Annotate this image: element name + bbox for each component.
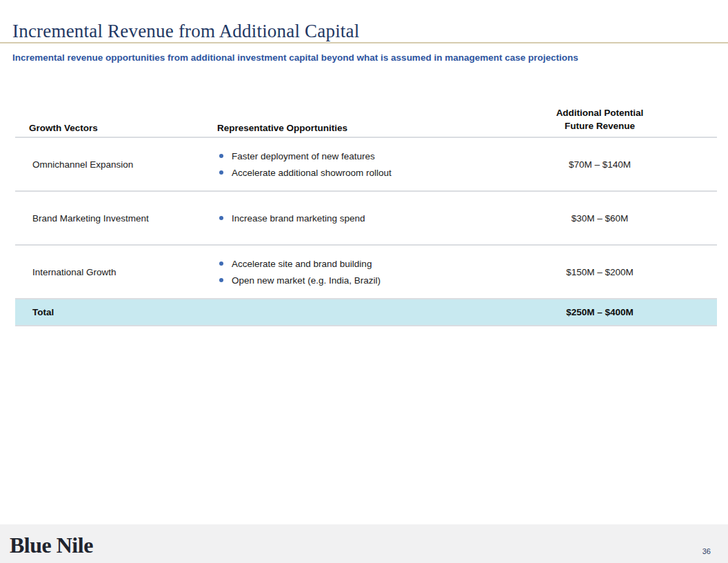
list-item: Open new market (e.g. India, Brazil): [217, 275, 483, 286]
table-row: International Growth Accelerate site and…: [15, 246, 717, 299]
table-row: Omnichannel Expansion Faster deployment …: [15, 138, 717, 192]
row-vector-label: International Growth: [15, 267, 217, 277]
bullet-dot-icon: [219, 154, 223, 158]
growth-table: Growth Vectors Representative Opportunit…: [15, 105, 717, 326]
row-revenue-value: $30M – $60M: [483, 213, 717, 224]
bullet-text: Accelerate site and brand building: [232, 259, 372, 269]
list-item: Increase brand marketing spend: [217, 213, 483, 224]
total-row: Total $250M – $400M: [15, 299, 717, 326]
slide-subtitle: Incremental revenue opportunities from a…: [12, 52, 578, 63]
header-growth-vectors: Growth Vectors: [15, 123, 217, 133]
bullet-dot-icon: [219, 261, 223, 266]
row-vector-label: Omnichannel Expansion: [15, 159, 217, 170]
presentation-slide: Incremental Revenue from Additional Capi…: [0, 0, 728, 563]
total-revenue-value: $250M – $400M: [483, 307, 717, 317]
slide-footer: Blue Nile 36: [0, 524, 728, 563]
title-divider: [0, 42, 728, 43]
bullet-list: Increase brand marketing spend: [217, 213, 483, 224]
bullet-dot-icon: [219, 216, 223, 220]
bullet-text: Open new market (e.g. India, Brazil): [232, 275, 381, 286]
row-vector-label: Brand Marketing Investment: [15, 213, 217, 224]
header-col3-line2: Future Revenue: [483, 120, 717, 133]
row-revenue-value: $150M – $200M: [483, 267, 717, 277]
total-label: Total: [15, 307, 217, 317]
bullet-list: Faster deployment of new features Accele…: [217, 151, 483, 178]
page-number: 36: [702, 547, 711, 555]
bullet-list: Accelerate site and brand building Open …: [217, 259, 483, 286]
blue-nile-logo: Blue Nile: [10, 534, 93, 556]
list-item: Accelerate site and brand building: [217, 259, 483, 269]
header-col3-line1: Additional Potential: [483, 107, 717, 120]
table-header-row: Growth Vectors Representative Opportunit…: [15, 105, 717, 138]
bullet-text: Accelerate additional showroom rollout: [232, 168, 392, 178]
bullet-text: Faster deployment of new features: [232, 151, 375, 161]
row-revenue-value: $70M – $140M: [483, 159, 717, 170]
header-additional-potential-future-revenue: Additional Potential Future Revenue: [483, 107, 717, 133]
list-item: Accelerate additional showroom rollout: [217, 168, 483, 178]
list-item: Faster deployment of new features: [217, 151, 483, 161]
page-title: Incremental Revenue from Additional Capi…: [12, 21, 359, 42]
table-row: Brand Marketing Investment Increase bran…: [15, 192, 717, 246]
header-representative-opportunities: Representative Opportunities: [217, 123, 483, 133]
bullet-dot-icon: [219, 278, 223, 282]
bullet-text: Increase brand marketing spend: [232, 213, 365, 224]
bullet-dot-icon: [219, 170, 223, 175]
